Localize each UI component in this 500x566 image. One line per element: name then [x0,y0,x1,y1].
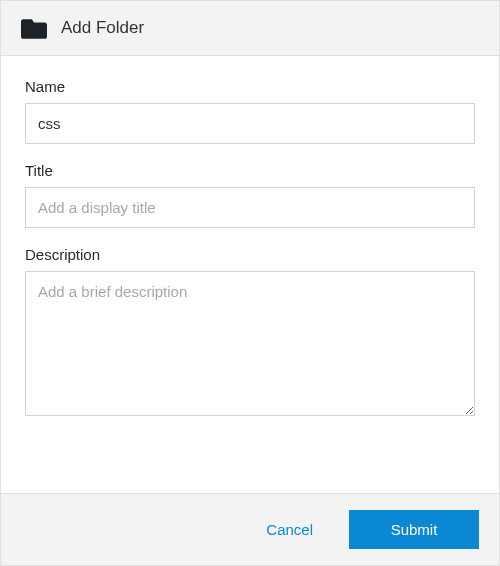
cancel-button[interactable]: Cancel [240,510,339,549]
dialog-header: Add Folder [1,1,499,56]
title-input[interactable] [25,187,475,228]
title-field: Title [25,162,475,228]
submit-button[interactable]: Submit [349,510,479,549]
folder-icon [21,17,47,39]
description-field: Description [25,246,475,416]
dialog-title: Add Folder [61,18,144,38]
description-input[interactable] [25,271,475,416]
dialog-footer: Cancel Submit [1,493,499,565]
description-label: Description [25,246,475,263]
dialog-body: Name Title Description [1,56,499,493]
name-input[interactable] [25,103,475,144]
add-folder-dialog: Add Folder Name Title Description Cancel… [0,0,500,566]
name-field: Name [25,78,475,144]
name-label: Name [25,78,475,95]
title-label: Title [25,162,475,179]
